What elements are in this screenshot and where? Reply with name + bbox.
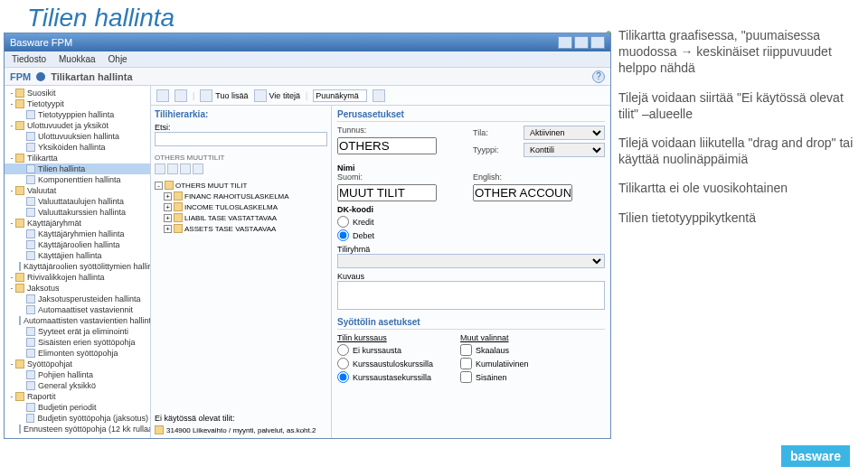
bullet: Tilejä voidaan siirtää "Ei käytössä olev… [606,89,859,122]
skaalaus-label: Skaalaus [476,346,509,355]
sidebar-item[interactable]: Ulottuvuuksien hallinta [5,131,150,142]
sidebar-item[interactable]: Sisäisten erien syöttöpohja [5,337,150,348]
sidebar-item[interactable]: -Valuutat [5,185,150,196]
debet-label: Debet [353,231,374,240]
minimize-button[interactable] [558,36,572,49]
menubar: Tiedosto Muokkaa Ohje [5,51,610,68]
sidebar-item[interactable]: Elimonten syöttöpohja [5,348,150,359]
export-icon [254,89,267,102]
suomi-label: Suomi: [337,173,382,182]
tulos-label: Kurssaustuloskurssilla [353,359,433,369]
sidebar-item[interactable]: -Tilikartta [5,153,150,163]
move-up-icon[interactable] [180,163,191,174]
hierarchy-title: Tilihierarkia: [155,109,327,119]
nimi-label: Nimi [337,163,605,173]
tulos-radio[interactable] [337,358,349,369]
tiliryhma-label: Tiliryhmä [337,245,605,254]
sidebar-item[interactable]: -Tietotyypit [5,98,150,109]
account-tree-item[interactable]: +LIABIL TASE VASTATTAVAA [155,212,327,223]
sidebar-item[interactable]: Komponenttien hallinta [5,174,150,185]
eikurssausta-radio[interactable] [337,344,349,356]
sidebar-item[interactable]: -Suosikit [5,88,150,98]
sidebar-item[interactable]: Ennusteen syöttöpohja (12 kk rullaav...) [5,424,150,434]
dropdown-icon[interactable] [373,89,385,102]
account-tree[interactable]: -OTHERS MUUT TILIT+FINANC RAHOITUSLASKEL… [155,180,327,234]
unused-account-item[interactable]: 314900 Liikevaihto / myynti, palvelut, a… [166,426,316,434]
titlebar[interactable]: Basware FPM [5,33,610,51]
close-button[interactable] [590,36,605,49]
sidebar-item[interactable]: Käyttäjäroolien syöttölittymien hallin..… [5,261,150,272]
breadcrumb: FPM Tilikartan hallinta ? [5,68,610,86]
sisainen-check[interactable] [460,371,472,383]
vie-titeja-link[interactable]: Vie titejä [254,89,300,102]
chevron-left-icon[interactable] [36,72,45,81]
sidebar-item[interactable]: General yksikkö [5,380,150,391]
search-input[interactable] [155,132,327,146]
sidebar-item[interactable]: -Syöttöpohjat [5,359,150,369]
tase-radio[interactable] [337,371,349,383]
menu-tiedosto[interactable]: Tiedosto [12,54,46,64]
collapse-all-icon[interactable] [167,163,178,174]
sidebar-item[interactable]: Syyteet erät ja eliminointi [5,326,150,337]
maximize-button[interactable] [574,36,589,49]
sidebar-item[interactable]: Valuuttakurssien hallinta [5,207,150,218]
toolbar: | Tuo lisää Vie titejä | [151,86,610,106]
dkkoodi-label: DK-koodi [337,205,605,214]
sidebar-item[interactable]: -Raportit [5,391,150,402]
tilinkurssaus-label: Tilin kurssaus [337,333,433,342]
suomi-input[interactable] [337,184,437,201]
bullet: Tilejä voidaan liikutella "drag and drop… [606,135,859,167]
tunnus-input[interactable] [337,137,437,154]
sidebar-item[interactable]: Automaattiset vastaviennit [5,304,150,315]
english-input[interactable] [473,184,572,201]
sidebar-item[interactable]: Valuuttataulujen hallinta [5,196,150,207]
tyyppi-select[interactable]: Konttili [524,143,605,157]
expand-all-icon[interactable] [155,163,165,174]
menu-ohje[interactable]: Ohje [108,54,127,64]
tiliryhma-select[interactable] [337,254,605,268]
sidebar-item[interactable]: Pohjien hallinta [5,369,150,380]
sidebar-item[interactable]: Yksiköiden hallinta [5,142,150,153]
tuo-lisaa-link[interactable]: Tuo lisää [200,89,248,102]
sidebar-item[interactable]: Tilien hallinta [5,163,150,174]
sidebar-item[interactable]: Budjetin periodit [5,402,150,413]
sidebar-item[interactable]: -Rivivalikkojen hallinta [5,272,150,283]
sidebar-item[interactable]: Automaattisten vastavientien hallinta [5,315,150,326]
sidebar-item[interactable]: -Käyttäjäryhmät [5,218,150,229]
menu-muokkaa[interactable]: Muokkaa [59,54,96,64]
sidebar-item[interactable]: -Ulottuvuudet ja yksiköt [5,120,150,131]
sidebar-item[interactable]: Jaksotusperusteiden hallinta [5,294,150,304]
sidebar-item[interactable]: Käyttäjäroolien hallinta [5,239,150,250]
move-down-icon[interactable] [193,163,203,174]
tunnus-label: Tunnus: [337,126,382,135]
kumul-check[interactable] [460,358,472,369]
sidebar-item[interactable]: -Jaksotus [5,283,150,294]
form-panel: Perusasetukset Tunnus: Tila: Aktiivinen … [332,106,610,438]
tase-label: Kurssaustasekurssilla [353,373,431,382]
kredit-label: Kredit [353,218,374,227]
skaalaus-check[interactable] [460,344,472,356]
sidebar-item[interactable]: Tietotyyppien hallinta [5,109,150,120]
sidebar-item[interactable]: Käyttäjäryhmien hallinta [5,229,150,239]
help-icon[interactable]: ? [592,70,605,83]
sidebar-item[interactable]: Budjetin syöttöpohja (jaksotus) [5,413,150,424]
debet-radio[interactable] [337,229,349,241]
breadcrumb-root[interactable]: FPM [10,71,31,82]
account-tree-item[interactable]: +INCOME TULOSLASKELMA [155,201,327,212]
slide-title: Tilien hallinta [27,4,175,33]
nav-tree[interactable]: -Suosikit-TietotyypitTietotyyppien halli… [5,86,151,438]
puunakyma-input[interactable] [313,89,367,102]
account-tree-item[interactable]: -OTHERS MUUT TILIT [155,180,327,191]
kredit-radio[interactable] [337,216,349,228]
account-tree-item[interactable]: +ASSETS TASE VASTAAVAA [155,223,327,234]
new-icon[interactable] [156,89,169,102]
sisainen-label: Sisäinen [476,373,507,382]
kuvaus-textarea[interactable] [337,281,605,310]
tila-select[interactable]: Aktiivinen [524,126,605,140]
bullet: Tilien tietotyyppikytkentä [606,210,859,226]
delete-icon[interactable] [175,89,187,102]
bullet: Tilikartta graafisessa, "puumaisessa muo… [606,27,859,77]
sidebar-item[interactable]: Käyttäjien hallinta [5,250,150,261]
kumul-label: Kumulatiivinen [476,359,529,369]
account-tree-item[interactable]: +FINANC RAHOITUSLASKELMA [155,191,327,201]
